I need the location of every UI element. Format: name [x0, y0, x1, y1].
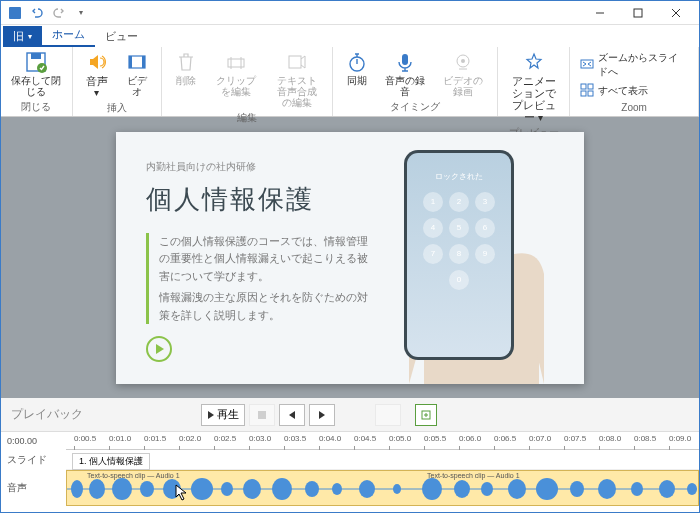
svg-point-16	[461, 59, 465, 63]
group-label: 編集	[168, 110, 326, 126]
close-button[interactable]	[657, 1, 695, 25]
svg-point-32	[221, 482, 233, 496]
svg-rect-2	[634, 9, 642, 17]
ruler-tick: 0:02.5	[214, 434, 236, 443]
quick-access-toolbar: ▾	[5, 3, 91, 23]
record-label: 音声の録音	[383, 75, 427, 97]
svg-point-26	[71, 480, 83, 498]
edit-clip-label: クリップを編集	[212, 75, 261, 97]
mic-icon	[394, 51, 416, 73]
ruler-tick: 0:06.5	[494, 434, 516, 443]
keypad-key: 8	[449, 244, 469, 264]
waveform	[67, 475, 697, 503]
slide-preview[interactable]: 内勤社員向けの社内研修 個人情報保護 この個人情報保護のコースでは、情報管理の重…	[116, 132, 584, 384]
file-tab-label: 旧	[13, 29, 24, 44]
ruler-tick: 0:03.5	[284, 434, 306, 443]
ruler-tick: 0:04.5	[354, 434, 376, 443]
audio-button[interactable]: 音声 ▾	[79, 49, 115, 100]
minimize-button[interactable]	[581, 1, 619, 25]
svg-point-43	[536, 478, 558, 500]
slide-body-2: 情報漏洩の主な原因とそれを防ぐための対策を詳しく説明します。	[159, 289, 376, 324]
ribbon-group-edit: 削除 クリップを編集 テキスト音声合成の編集 編集	[162, 47, 333, 116]
svg-point-28	[112, 478, 132, 500]
slide-body-1: この個人情報保護のコースでは、情報管理の重要性と個人情報漏えいで起こりえる被害に…	[159, 233, 376, 286]
svg-rect-0	[9, 7, 21, 19]
qat-dropdown[interactable]: ▾	[71, 3, 91, 23]
timeline: 0:00.00 スライド 音声 0:00.50:01.00:01.50:02.0…	[1, 432, 699, 512]
save-close-label: 保存して閉じる	[11, 75, 62, 97]
slide-track-label: スライド	[1, 450, 66, 470]
ruler-tick: 0:05.0	[389, 434, 411, 443]
video-button[interactable]: ビデオ	[119, 49, 155, 99]
timeline-start: 0:00.00	[1, 432, 66, 450]
cursor-icon	[172, 483, 190, 503]
phone-keypad: 1 2 3 4 5 6 7 8 9 0	[423, 192, 495, 290]
audio-track[interactable]: Text-to-speech clip — Audio 1 Text-to-sp…	[66, 470, 699, 506]
prev-button[interactable]	[279, 404, 305, 426]
stopwatch-icon	[346, 51, 368, 73]
undo-button[interactable]	[27, 3, 47, 23]
zoom-fit-label: ズームからスライドへ	[598, 51, 688, 79]
next-button[interactable]	[309, 404, 335, 426]
svg-point-27	[89, 479, 105, 499]
keypad-key: 5	[449, 218, 469, 238]
keypad-key: 1	[423, 192, 443, 212]
play-button-label: 再生	[217, 407, 239, 422]
home-tab[interactable]: ホーム	[42, 24, 95, 47]
svg-point-48	[687, 483, 697, 495]
svg-point-34	[272, 478, 292, 500]
video-rec-label: ビデオの録画	[439, 75, 488, 97]
svg-point-41	[481, 482, 493, 496]
zoom-timeline-button[interactable]	[415, 404, 437, 426]
keypad-key: 2	[449, 192, 469, 212]
view-tab[interactable]: ビュー	[95, 26, 148, 47]
ruler-tick: 0:03.0	[249, 434, 271, 443]
show-all-button[interactable]: すべて表示	[576, 81, 692, 101]
file-tab[interactable]: 旧▾	[3, 26, 42, 47]
ruler-tick: 0:01.0	[109, 434, 131, 443]
slide-track[interactable]: 1. 個人情報保護	[66, 450, 699, 470]
group-label: 閉じる	[7, 99, 66, 115]
ruler-tick: 0:02.0	[179, 434, 201, 443]
record-video-button: ビデオの録画	[435, 49, 492, 99]
speaker-icon	[86, 51, 108, 73]
svg-point-31	[191, 478, 213, 500]
anim-preview-button[interactable]: アニメーションでプレビュー ▾	[504, 49, 563, 125]
keypad-key: 7	[423, 244, 443, 264]
trash-icon	[175, 51, 197, 73]
save-close-button[interactable]: 保存して閉じる	[7, 49, 66, 99]
ribbon-group-zoom: ズームからスライドへ すべて表示 Zoom	[570, 47, 699, 116]
audio-track-label: 音声	[1, 470, 66, 506]
webcam-icon	[452, 51, 474, 73]
sync-button[interactable]: 同期	[339, 49, 375, 88]
star-icon	[523, 51, 545, 73]
svg-rect-12	[289, 56, 301, 68]
ribbon-tabs: 旧▾ ホーム ビュー	[1, 25, 699, 47]
phone-lock-text: ロックされた	[435, 171, 483, 182]
group-label: Zoom	[576, 101, 692, 114]
play-icon[interactable]	[146, 336, 172, 362]
zoom-fit-button[interactable]: ズームからスライドへ	[576, 49, 692, 81]
record-audio-button[interactable]: 音声の録音	[379, 49, 431, 99]
maximize-button[interactable]	[619, 1, 657, 25]
keypad-key: 3	[475, 192, 495, 212]
tts-icon	[286, 51, 308, 73]
svg-rect-10	[142, 56, 145, 68]
save-close-icon	[25, 51, 47, 73]
window-controls	[581, 1, 695, 25]
redo-button[interactable]	[49, 3, 69, 23]
ribbon-group-timing: 同期 音声の録音 ビデオの録画 タイミング	[333, 47, 499, 116]
ruler-tick: 0:01.5	[144, 434, 166, 443]
app-icon[interactable]	[5, 3, 25, 23]
ribbon-group-preview: アニメーションでプレビュー ▾ プレビュー	[498, 47, 570, 116]
slide-chip[interactable]: 1. 個人情報保護	[72, 453, 150, 470]
group-label: 挿入	[79, 100, 155, 116]
timeline-ruler[interactable]: 0:00.50:01.00:01.50:02.00:02.50:03.00:03…	[66, 432, 699, 450]
svg-rect-6	[31, 53, 41, 59]
svg-point-40	[454, 480, 470, 498]
play-button[interactable]: 再生	[201, 404, 245, 426]
svg-point-45	[598, 479, 616, 499]
svg-point-42	[508, 479, 526, 499]
ribbon-group-insert: 音声 ▾ ビデオ 挿入	[73, 47, 162, 116]
slide-illustration: ロックされた 1 2 3 4 5 6 7 8 9 0	[376, 160, 554, 356]
